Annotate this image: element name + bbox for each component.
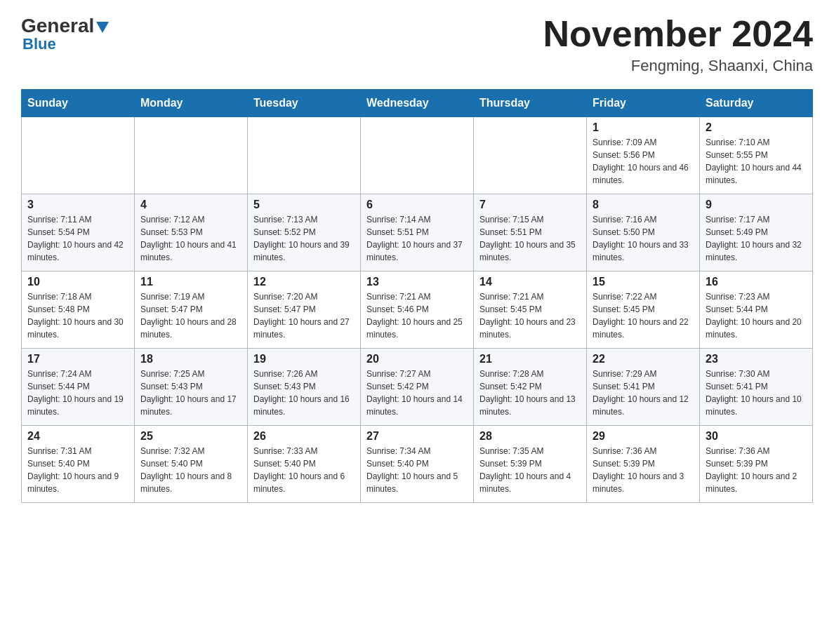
calendar-cell: 8Sunrise: 7:16 AMSunset: 5:50 PMDaylight… xyxy=(587,194,700,271)
logo-triangle-icon xyxy=(96,15,109,38)
day-info: Sunrise: 7:22 AMSunset: 5:45 PMDaylight:… xyxy=(593,290,694,341)
day-number: 17 xyxy=(27,353,128,365)
day-info: Sunrise: 7:32 AMSunset: 5:40 PMDaylight:… xyxy=(140,445,241,495)
day-number: 4 xyxy=(140,199,241,211)
day-info: Sunrise: 7:23 AMSunset: 5:44 PMDaylight:… xyxy=(706,290,807,341)
day-number: 10 xyxy=(27,276,128,288)
day-info: Sunrise: 7:17 AMSunset: 5:49 PMDaylight:… xyxy=(706,213,807,264)
calendar-cell: 6Sunrise: 7:14 AMSunset: 5:51 PMDaylight… xyxy=(361,194,474,271)
day-number: 13 xyxy=(366,276,468,288)
day-number: 9 xyxy=(706,199,807,211)
calendar-header-row: SundayMondayTuesdayWednesdayThursdayFrid… xyxy=(22,90,813,117)
day-info: Sunrise: 7:11 AMSunset: 5:54 PMDaylight:… xyxy=(27,213,128,264)
day-number: 30 xyxy=(706,430,807,443)
day-info: Sunrise: 7:31 AMSunset: 5:40 PMDaylight:… xyxy=(27,445,128,495)
day-number: 11 xyxy=(140,276,241,288)
weekday-header-saturday: Saturday xyxy=(700,90,813,117)
calendar-cell xyxy=(135,117,248,194)
day-number: 21 xyxy=(479,353,581,365)
day-info: Sunrise: 7:09 AMSunset: 5:56 PMDaylight:… xyxy=(593,136,694,187)
weekday-header-sunday: Sunday xyxy=(22,90,135,117)
day-info: Sunrise: 7:19 AMSunset: 5:47 PMDaylight:… xyxy=(140,290,241,341)
title-block: November 2024 Fengming, Shaanxi, China xyxy=(543,14,813,75)
day-info: Sunrise: 7:36 AMSunset: 5:39 PMDaylight:… xyxy=(706,445,807,495)
logo-blue-text: Blue xyxy=(22,35,56,53)
calendar-cell: 13Sunrise: 7:21 AMSunset: 5:46 PMDayligh… xyxy=(361,271,474,349)
day-info: Sunrise: 7:21 AMSunset: 5:45 PMDaylight:… xyxy=(479,290,581,341)
calendar-cell: 22Sunrise: 7:29 AMSunset: 5:41 PMDayligh… xyxy=(587,349,700,426)
day-number: 7 xyxy=(479,199,581,211)
day-info: Sunrise: 7:29 AMSunset: 5:41 PMDaylight:… xyxy=(593,368,694,418)
weekday-header-thursday: Thursday xyxy=(474,90,587,117)
calendar-week-row: 1Sunrise: 7:09 AMSunset: 5:56 PMDaylight… xyxy=(22,117,813,194)
day-info: Sunrise: 7:26 AMSunset: 5:43 PMDaylight:… xyxy=(253,368,355,418)
location-text: Fengming, Shaanxi, China xyxy=(543,57,813,75)
calendar-cell: 2Sunrise: 7:10 AMSunset: 5:55 PMDaylight… xyxy=(700,117,813,194)
day-info: Sunrise: 7:30 AMSunset: 5:41 PMDaylight:… xyxy=(706,368,807,418)
day-number: 29 xyxy=(593,430,694,443)
calendar-week-row: 17Sunrise: 7:24 AMSunset: 5:44 PMDayligh… xyxy=(22,349,813,426)
calendar-cell: 29Sunrise: 7:36 AMSunset: 5:39 PMDayligh… xyxy=(587,426,700,503)
calendar-cell: 23Sunrise: 7:30 AMSunset: 5:41 PMDayligh… xyxy=(700,349,813,426)
day-number: 3 xyxy=(27,199,128,211)
day-info: Sunrise: 7:33 AMSunset: 5:40 PMDaylight:… xyxy=(253,445,355,495)
day-info: Sunrise: 7:27 AMSunset: 5:42 PMDaylight:… xyxy=(366,368,468,418)
svg-marker-0 xyxy=(96,22,109,33)
logo: General Blue xyxy=(21,14,109,53)
calendar-week-row: 10Sunrise: 7:18 AMSunset: 5:48 PMDayligh… xyxy=(22,271,813,349)
calendar-cell: 15Sunrise: 7:22 AMSunset: 5:45 PMDayligh… xyxy=(587,271,700,349)
day-number: 16 xyxy=(706,276,807,288)
day-info: Sunrise: 7:35 AMSunset: 5:39 PMDaylight:… xyxy=(479,445,581,495)
weekday-header-wednesday: Wednesday xyxy=(361,90,474,117)
calendar-cell: 26Sunrise: 7:33 AMSunset: 5:40 PMDayligh… xyxy=(248,426,361,503)
calendar-cell: 24Sunrise: 7:31 AMSunset: 5:40 PMDayligh… xyxy=(22,426,135,503)
calendar-cell: 12Sunrise: 7:20 AMSunset: 5:47 PMDayligh… xyxy=(248,271,361,349)
calendar-cell: 14Sunrise: 7:21 AMSunset: 5:45 PMDayligh… xyxy=(474,271,587,349)
calendar-cell: 10Sunrise: 7:18 AMSunset: 5:48 PMDayligh… xyxy=(22,271,135,349)
calendar-cell: 1Sunrise: 7:09 AMSunset: 5:56 PMDaylight… xyxy=(587,117,700,194)
day-info: Sunrise: 7:12 AMSunset: 5:53 PMDaylight:… xyxy=(140,213,241,264)
day-number: 8 xyxy=(593,199,694,211)
calendar-cell xyxy=(22,117,135,194)
day-number: 22 xyxy=(593,353,694,365)
day-number: 20 xyxy=(366,353,468,365)
calendar-cell: 5Sunrise: 7:13 AMSunset: 5:52 PMDaylight… xyxy=(248,194,361,271)
day-number: 19 xyxy=(253,353,355,365)
day-number: 14 xyxy=(479,276,581,288)
day-info: Sunrise: 7:21 AMSunset: 5:46 PMDaylight:… xyxy=(366,290,468,341)
calendar-cell: 21Sunrise: 7:28 AMSunset: 5:42 PMDayligh… xyxy=(474,349,587,426)
day-number: 18 xyxy=(140,353,241,365)
day-number: 2 xyxy=(706,121,807,134)
calendar-cell: 7Sunrise: 7:15 AMSunset: 5:51 PMDaylight… xyxy=(474,194,587,271)
day-info: Sunrise: 7:13 AMSunset: 5:52 PMDaylight:… xyxy=(253,213,355,264)
day-info: Sunrise: 7:24 AMSunset: 5:44 PMDaylight:… xyxy=(27,368,128,418)
calendar-cell xyxy=(474,117,587,194)
calendar-week-row: 24Sunrise: 7:31 AMSunset: 5:40 PMDayligh… xyxy=(22,426,813,503)
calendar-cell: 20Sunrise: 7:27 AMSunset: 5:42 PMDayligh… xyxy=(361,349,474,426)
day-number: 6 xyxy=(366,199,468,211)
month-title: November 2024 xyxy=(543,14,813,54)
calendar-cell xyxy=(248,117,361,194)
day-number: 12 xyxy=(253,276,355,288)
day-number: 15 xyxy=(593,276,694,288)
calendar-cell: 30Sunrise: 7:36 AMSunset: 5:39 PMDayligh… xyxy=(700,426,813,503)
day-info: Sunrise: 7:28 AMSunset: 5:42 PMDaylight:… xyxy=(479,368,581,418)
calendar-cell: 4Sunrise: 7:12 AMSunset: 5:53 PMDaylight… xyxy=(135,194,248,271)
day-number: 28 xyxy=(479,430,581,443)
calendar-week-row: 3Sunrise: 7:11 AMSunset: 5:54 PMDaylight… xyxy=(22,194,813,271)
calendar-cell: 28Sunrise: 7:35 AMSunset: 5:39 PMDayligh… xyxy=(474,426,587,503)
day-number: 24 xyxy=(27,430,128,443)
day-info: Sunrise: 7:20 AMSunset: 5:47 PMDaylight:… xyxy=(253,290,355,341)
day-info: Sunrise: 7:36 AMSunset: 5:39 PMDaylight:… xyxy=(593,445,694,495)
day-info: Sunrise: 7:16 AMSunset: 5:50 PMDaylight:… xyxy=(593,213,694,264)
day-number: 26 xyxy=(253,430,355,443)
day-info: Sunrise: 7:14 AMSunset: 5:51 PMDaylight:… xyxy=(366,213,468,264)
day-number: 27 xyxy=(366,430,468,443)
day-info: Sunrise: 7:15 AMSunset: 5:51 PMDaylight:… xyxy=(479,213,581,264)
calendar-cell: 17Sunrise: 7:24 AMSunset: 5:44 PMDayligh… xyxy=(22,349,135,426)
calendar-cell: 19Sunrise: 7:26 AMSunset: 5:43 PMDayligh… xyxy=(248,349,361,426)
day-info: Sunrise: 7:18 AMSunset: 5:48 PMDaylight:… xyxy=(27,290,128,341)
calendar-cell: 18Sunrise: 7:25 AMSunset: 5:43 PMDayligh… xyxy=(135,349,248,426)
day-info: Sunrise: 7:10 AMSunset: 5:55 PMDaylight:… xyxy=(706,136,807,187)
day-number: 1 xyxy=(593,121,694,134)
